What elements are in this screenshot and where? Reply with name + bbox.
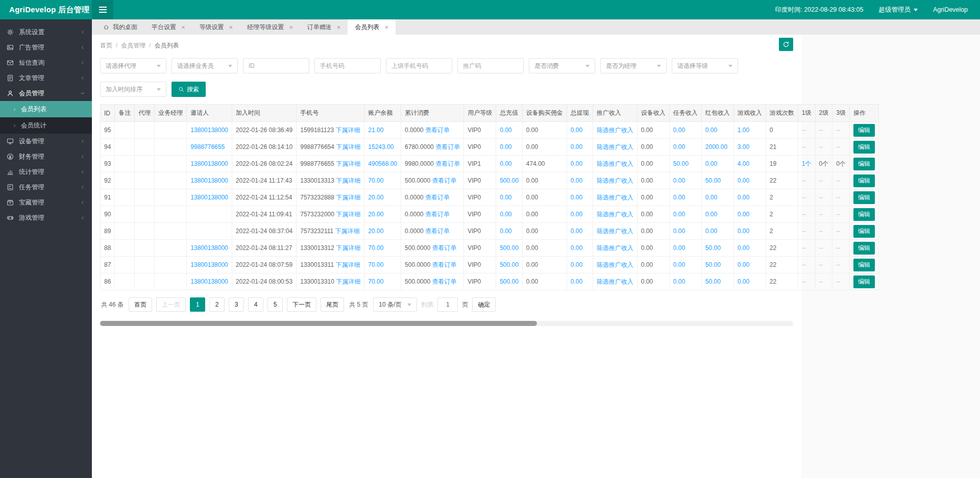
- promo-income-filter-link[interactable]: 筛选推广收入: [597, 177, 633, 184]
- promo-code-input[interactable]: [457, 58, 524, 73]
- subordinate-detail-link[interactable]: 下属详细: [335, 228, 360, 235]
- view-order-link[interactable]: 查看订单: [432, 261, 456, 268]
- view-order-link[interactable]: 查看订单: [425, 127, 450, 134]
- edit-button[interactable]: 编辑: [853, 158, 875, 170]
- tab-desktop[interactable]: 我的桌面: [96, 19, 144, 35]
- tab-level-settings[interactable]: 等级设置×: [192, 19, 240, 35]
- promo-income-filter-link[interactable]: 筛选推广收入: [597, 261, 633, 268]
- cell-link[interactable]: 0.00: [500, 143, 511, 150]
- close-icon[interactable]: ×: [181, 24, 185, 31]
- agent-select[interactable]: 请选择代理: [100, 58, 166, 73]
- cell-link[interactable]: 0.00: [738, 228, 749, 235]
- cell-link[interactable]: 13800138000: [190, 261, 228, 268]
- cell-link[interactable]: 70.00: [368, 244, 383, 251]
- cell-link[interactable]: 13800138000: [190, 160, 228, 167]
- is-manager-select[interactable]: 是否为经理: [600, 58, 667, 73]
- next-page-button[interactable]: 下一页: [287, 297, 316, 312]
- breadcrumb-item[interactable]: 首页: [100, 42, 112, 49]
- edit-button[interactable]: 编辑: [853, 275, 875, 288]
- last-page-button[interactable]: 尾页: [321, 297, 344, 312]
- cell-link[interactable]: 50.00: [705, 261, 721, 268]
- account-name[interactable]: AgriDevelop: [933, 6, 968, 13]
- phone-input[interactable]: [314, 58, 381, 73]
- cell-link[interactable]: 0.00: [738, 261, 749, 268]
- cell-link[interactable]: 0.00: [673, 244, 685, 251]
- refresh-button[interactable]: [779, 38, 793, 51]
- cell-link[interactable]: 4.00: [738, 160, 749, 167]
- view-order-link[interactable]: 查看订单: [435, 143, 460, 150]
- promo-income-filter-link[interactable]: 筛选推广收入: [597, 244, 633, 251]
- sidebar-subitem-member-stats[interactable]: 会员统计: [0, 117, 92, 134]
- subordinate-detail-link[interactable]: 下属详细: [335, 261, 360, 268]
- edit-button[interactable]: 编辑: [853, 225, 875, 238]
- cell-link[interactable]: 0.00: [571, 143, 582, 150]
- subordinate-detail-link[interactable]: 下属详细: [336, 160, 360, 167]
- cell-link[interactable]: 0.00: [571, 194, 582, 201]
- promo-income-filter-link[interactable]: 筛选推广收入: [597, 143, 633, 150]
- page-button-3[interactable]: 3: [229, 297, 244, 312]
- view-order-link[interactable]: 查看订单: [435, 160, 460, 167]
- sidebar-item-sms-query[interactable]: 短信查询: [0, 55, 92, 70]
- close-icon[interactable]: ×: [337, 24, 341, 31]
- cell-link[interactable]: 0.00: [705, 194, 717, 201]
- sidebar-item-article-management[interactable]: 文章管理: [0, 70, 92, 86]
- cell-link[interactable]: 13800138000: [190, 244, 228, 251]
- cell-link[interactable]: 13800138000: [190, 177, 228, 184]
- cell-link[interactable]: 0.00: [738, 244, 749, 251]
- sidebar-item-treasure-management[interactable]: 宝藏管理: [0, 195, 92, 210]
- breadcrumb-item[interactable]: 会员管理: [121, 42, 145, 49]
- subordinate-detail-link[interactable]: 下属详细: [336, 177, 360, 184]
- cell-link[interactable]: 0.00: [500, 194, 511, 201]
- view-order-link[interactable]: 查看订单: [432, 177, 456, 184]
- first-page-button[interactable]: 首页: [129, 297, 152, 312]
- cell-link[interactable]: 13800138000: [190, 278, 228, 285]
- level-count-link[interactable]: 1个: [802, 160, 812, 167]
- cell-link[interactable]: 0.00: [673, 177, 685, 184]
- edit-button[interactable]: 编辑: [853, 242, 875, 255]
- salesman-select[interactable]: 请选择业务员: [172, 58, 238, 73]
- cell-link[interactable]: 0.00: [673, 127, 685, 134]
- parent-phone-input[interactable]: [386, 58, 452, 73]
- edit-button[interactable]: 编辑: [853, 259, 875, 271]
- cell-link[interactable]: 0.00: [571, 177, 582, 184]
- cell-link[interactable]: 500.00: [500, 244, 519, 251]
- cell-link[interactable]: 70.00: [368, 278, 383, 285]
- close-icon[interactable]: ×: [229, 24, 233, 31]
- cell-link[interactable]: 0.00: [571, 160, 582, 167]
- edit-button[interactable]: 编辑: [853, 174, 875, 187]
- cell-link[interactable]: 0.00: [705, 228, 717, 235]
- subordinate-detail-link[interactable]: 下属详细: [336, 194, 360, 201]
- cell-link[interactable]: 70.00: [368, 261, 383, 268]
- cell-link[interactable]: 0.00: [705, 160, 717, 167]
- cell-link[interactable]: 3.00: [738, 143, 749, 150]
- edit-button[interactable]: 编辑: [853, 124, 875, 137]
- cell-link[interactable]: 0.00: [673, 228, 685, 235]
- sidebar-item-task-management[interactable]: 任务管理: [0, 180, 92, 195]
- level-select[interactable]: 请选择等级: [672, 58, 738, 73]
- view-order-link[interactable]: 查看订单: [425, 211, 450, 218]
- page-button-5[interactable]: 5: [267, 297, 283, 312]
- sidebar-item-finance-management[interactable]: 财务管理: [0, 149, 92, 164]
- sidebar-item-ad-management[interactable]: 广告管理: [0, 40, 92, 55]
- cell-link[interactable]: 70.00: [368, 177, 383, 184]
- jump-page-input[interactable]: [437, 297, 458, 312]
- promo-income-filter-link[interactable]: 筛选推广收入: [597, 278, 633, 285]
- cell-link[interactable]: 0.00: [738, 177, 749, 184]
- per-page-select[interactable]: 10 条/页: [373, 297, 417, 312]
- view-order-link[interactable]: 查看订单: [425, 194, 450, 201]
- role-dropdown[interactable]: 超级管理员: [878, 6, 918, 14]
- search-button[interactable]: 搜索: [172, 82, 206, 97]
- cell-link[interactable]: 0.00: [673, 143, 685, 150]
- close-icon[interactable]: ×: [384, 24, 388, 31]
- cell-link[interactable]: 9988776655: [190, 143, 225, 150]
- cell-link[interactable]: 50.00: [705, 244, 721, 251]
- promo-income-filter-link[interactable]: 筛选推广收入: [597, 194, 633, 201]
- page-button-1[interactable]: 1: [190, 297, 205, 312]
- id-input[interactable]: [243, 58, 309, 73]
- cell-link[interactable]: 0.00: [500, 160, 511, 167]
- subordinate-detail-link[interactable]: 下属详细: [336, 143, 360, 150]
- close-icon[interactable]: ×: [289, 24, 293, 31]
- cell-link[interactable]: 0.00: [571, 244, 582, 251]
- promo-income-filter-link[interactable]: 筛选推广收入: [597, 228, 633, 235]
- cell-link[interactable]: 21.00: [368, 127, 383, 134]
